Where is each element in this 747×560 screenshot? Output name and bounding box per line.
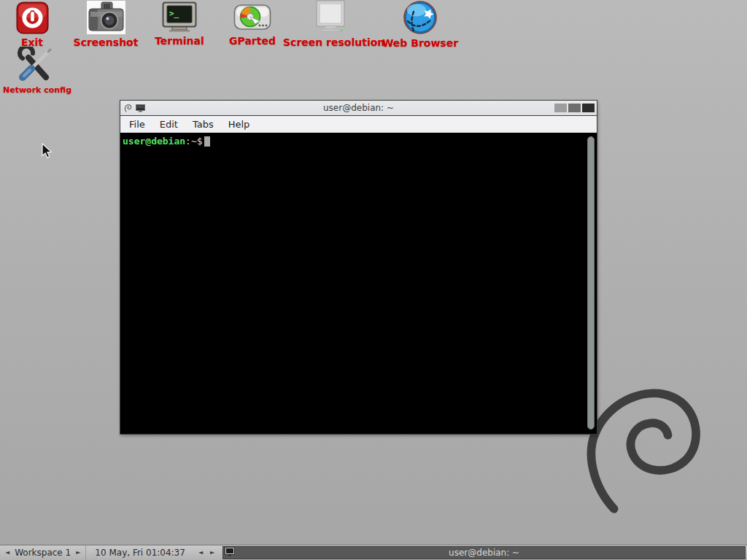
workspace-label: Workspace 1 bbox=[15, 548, 71, 558]
icon-label: Screen resolution bbox=[283, 36, 378, 48]
menu-tabs[interactable]: Tabs bbox=[185, 116, 221, 133]
taskbar: ◄ Workspace 1 ► 10 May, Fri 01:04:37 ◄ ►… bbox=[0, 545, 747, 560]
desktop-icon-screen-resolution[interactable]: Screen resolution bbox=[283, 0, 378, 48]
desktop-icon-web-browser[interactable]: Web Browser bbox=[381, 0, 460, 49]
menu-file[interactable]: File bbox=[122, 116, 152, 133]
debian-swirl-watermark bbox=[580, 367, 708, 519]
scrollbar-thumb[interactable] bbox=[587, 136, 595, 429]
iconbox-pager: ◄ ► bbox=[194, 545, 219, 560]
shade-button[interactable] bbox=[554, 104, 567, 112]
desktop-icon-exit[interactable]: Exit bbox=[6, 1, 58, 48]
pager-prev-icon[interactable]: ◄ bbox=[198, 545, 203, 560]
icon-label: Terminal bbox=[147, 35, 212, 47]
task-button-terminal[interactable]: user@debian: ~ bbox=[222, 546, 746, 559]
terminal-crt-icon: >_ bbox=[147, 1, 212, 33]
prompt-path: ~$ bbox=[191, 136, 203, 147]
scrollbar-track[interactable] bbox=[586, 133, 597, 434]
svg-text:>_: >_ bbox=[169, 9, 179, 18]
close-button[interactable] bbox=[582, 104, 595, 112]
desktop-icon-screenshot[interactable]: Screenshot bbox=[72, 1, 139, 48]
text-cursor bbox=[204, 136, 210, 147]
window-title: user@debian: ~ bbox=[120, 103, 597, 113]
window-titlebar[interactable]: user@debian: ~ bbox=[120, 101, 597, 116]
globe-icon bbox=[381, 0, 460, 35]
camera-icon bbox=[72, 1, 139, 34]
power-icon bbox=[6, 1, 58, 34]
menu-help[interactable]: Help bbox=[221, 116, 258, 133]
terminal-screen[interactable]: user@debian:~$ bbox=[120, 133, 597, 434]
icon-label: Network config bbox=[3, 85, 67, 95]
shell-prompt: user@debian:~$ bbox=[123, 136, 585, 147]
monitor-icon bbox=[283, 0, 378, 34]
harddisk-partition-icon bbox=[223, 2, 282, 33]
menu-edit[interactable]: Edit bbox=[152, 116, 185, 133]
debian-swirl-icon bbox=[124, 101, 132, 115]
icon-label: Screenshot bbox=[72, 36, 139, 48]
terminal-app-icon bbox=[136, 101, 145, 115]
desktop-icon-terminal[interactable]: >_ Terminal bbox=[147, 1, 212, 47]
workspace-next-icon[interactable]: ► bbox=[76, 545, 80, 560]
prompt-separator: : bbox=[185, 136, 191, 147]
mouse-pointer bbox=[42, 143, 53, 162]
icon-label: Web Browser bbox=[381, 37, 460, 49]
taskbar-clock: 10 May, Fri 01:04:37 bbox=[86, 548, 194, 558]
terminal-window: user@debian: ~ File Edit Tabs Help user@… bbox=[120, 100, 597, 435]
pager-next-icon[interactable]: ► bbox=[210, 545, 214, 560]
desktop-icon-network-config[interactable]: Network config bbox=[3, 47, 67, 95]
tools-icon bbox=[3, 47, 67, 83]
task-button-title: user@debian: ~ bbox=[223, 548, 745, 558]
icon-label: GParted bbox=[223, 35, 282, 47]
desktop-icon-gparted[interactable]: GParted bbox=[223, 2, 282, 47]
task-monitor-icon bbox=[225, 547, 235, 559]
maximize-button[interactable] bbox=[568, 104, 581, 112]
workspace-switcher[interactable]: ◄ Workspace 1 ► bbox=[0, 545, 86, 560]
prompt-user-host: user@debian bbox=[123, 136, 185, 147]
workspace-prev-icon[interactable]: ◄ bbox=[5, 545, 9, 560]
terminal-menubar: File Edit Tabs Help bbox=[120, 116, 597, 133]
